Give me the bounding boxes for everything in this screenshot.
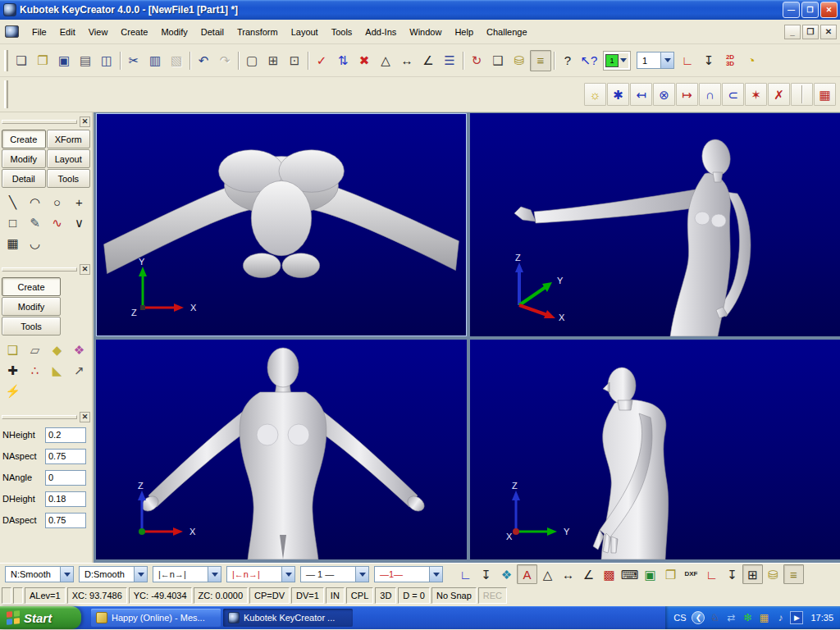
level-combo[interactable]: 1: [637, 52, 674, 69]
palette-tab-create[interactable]: Create: [2, 130, 46, 148]
axes2-icon[interactable]: ∟: [701, 564, 722, 584]
mdi-restore-button[interactable]: ❐: [802, 25, 819, 39]
viewport-top[interactable]: Y X Z: [96, 113, 467, 336]
cylinder-icon[interactable]: ⛁: [509, 50, 530, 71]
palette-grip[interactable]: [2, 267, 77, 272]
line-tool-icon[interactable]: ╲: [2, 192, 24, 212]
print-icon[interactable]: ▤: [75, 50, 96, 71]
redo-icon[interactable]: ↷: [214, 50, 235, 71]
line-width-combo[interactable]: — 1 —: [300, 566, 369, 582]
snap-center-icon[interactable]: ⊗: [653, 83, 675, 106]
restore-button[interactable]: ❐: [801, 2, 819, 18]
combo-arrow[interactable]: [208, 567, 221, 582]
dynamic-render-combo[interactable]: D:Smooth: [79, 566, 148, 582]
toolbar-grip[interactable]: [4, 80, 8, 108]
viewport-side[interactable]: Z Y X: [470, 340, 840, 559]
status-cp[interactable]: CP=DV: [249, 587, 290, 604]
angle-dim-icon[interactable]: ∠: [418, 50, 439, 71]
rectangle-tool-icon[interactable]: □: [2, 212, 24, 233]
combo-arrow[interactable]: [355, 567, 368, 582]
point-create-icon[interactable]: ✚: [2, 360, 24, 381]
cplane-axes-icon[interactable]: ∟: [677, 50, 698, 71]
menu-item[interactable]: Add-Ins: [358, 24, 403, 40]
save-icon[interactable]: ▣: [53, 50, 75, 71]
mdi-minimize-button[interactable]: _: [784, 25, 801, 39]
start-button[interactable]: Start: [0, 606, 81, 629]
clock-icon[interactable]: ◔: [741, 50, 762, 71]
snap-midpoint-icon[interactable]: ↤: [630, 83, 652, 106]
database-icon[interactable]: ⛁: [763, 564, 783, 584]
copy-icon[interactable]: ▥: [144, 50, 166, 71]
print-preview-icon[interactable]: ◫: [96, 50, 117, 71]
menu-item[interactable]: Tools: [325, 24, 359, 40]
viewport-front[interactable]: Z X: [96, 340, 467, 559]
status-units[interactable]: IN: [326, 587, 345, 604]
palette-grip[interactable]: [2, 120, 77, 124]
line-style-combo[interactable]: —1—: [374, 566, 443, 582]
snap-endpoint-icon[interactable]: ✱: [607, 83, 629, 106]
menu-item[interactable]: Modify: [154, 24, 194, 40]
minimize-button[interactable]: —: [783, 2, 800, 18]
combo-arrow[interactable]: [60, 567, 73, 582]
palette-tab-tools[interactable]: Tools: [47, 169, 91, 188]
light-icon[interactable]: ⚡: [2, 381, 24, 401]
view-palette-icon[interactable]: ❖: [496, 564, 517, 584]
param-input[interactable]: [45, 427, 86, 443]
menu-item[interactable]: Challenge: [480, 24, 534, 40]
grid-icon[interactable]: ▦: [814, 83, 836, 106]
snap-tangent-icon[interactable]: ⊂: [722, 83, 744, 106]
help-icon[interactable]: ?: [557, 50, 578, 71]
entity-list-icon[interactable]: ☰: [439, 50, 460, 71]
tray-update-icon[interactable]: ▦: [757, 611, 770, 624]
snap-near-icon[interactable]: ✗: [768, 83, 790, 106]
level-combo-arrow[interactable]: [660, 52, 673, 68]
snap-arc-icon[interactable]: ∩: [699, 83, 721, 106]
combo-arrow[interactable]: [134, 567, 147, 582]
viewports-icon[interactable]: ⊞: [742, 564, 763, 584]
snap-along-icon[interactable]: ↦: [676, 83, 698, 106]
dim-arrow-style2-combo[interactable]: |←n→|: [226, 566, 295, 582]
solids-tab-modify[interactable]: Modify: [2, 297, 61, 316]
undo-icon[interactable]: ↶: [193, 50, 214, 71]
status-alev[interactable]: ALev=1: [25, 587, 66, 604]
tray-collapse-icon[interactable]: ❮: [692, 611, 705, 624]
cplane-c-icon[interactable]: ∟: [455, 564, 476, 584]
status-d[interactable]: D = 0: [398, 587, 430, 604]
conic-tool-icon[interactable]: ✎: [24, 212, 46, 233]
combo-arrow[interactable]: [281, 567, 294, 582]
new-file-icon[interactable]: ❏: [11, 50, 32, 71]
snap-intersection-icon[interactable]: ✶: [745, 83, 767, 106]
menu-item[interactable]: File: [25, 24, 53, 40]
status-3d[interactable]: 3D: [375, 587, 396, 604]
fillet-tool-icon[interactable]: ◡: [24, 233, 46, 253]
solid-block-icon[interactable]: ❑: [2, 340, 24, 360]
surface-icon[interactable]: ◆: [46, 340, 68, 360]
palette-close-button[interactable]: ✕: [80, 264, 90, 275]
snap-settings-icon[interactable]: ☼: [584, 83, 606, 106]
tray-network-icon[interactable]: ⇄: [724, 611, 737, 624]
tray-player-icon[interactable]: ▶: [790, 611, 803, 624]
mode-2d3d-icon[interactable]: 2D 3D: [719, 50, 741, 71]
palette-tab-xform[interactable]: XForm: [47, 130, 91, 148]
menu-item[interactable]: Window: [403, 24, 448, 40]
normal-render-combo[interactable]: N:Smooth: [5, 566, 74, 582]
status-dv[interactable]: DV=1: [291, 587, 324, 604]
delta-icon[interactable]: △: [537, 564, 558, 584]
curve-points-icon[interactable]: ∴: [24, 360, 46, 381]
palette-tab-detail[interactable]: Detail: [2, 169, 46, 188]
tray-emule-icon[interactable]: ♘: [708, 611, 721, 624]
close-button[interactable]: ✕: [820, 2, 838, 18]
document-icon[interactable]: [5, 25, 19, 38]
param-input[interactable]: [45, 449, 86, 464]
status-snap[interactable]: No Snap: [431, 587, 477, 604]
select-mask-icon[interactable]: ▢: [241, 50, 262, 71]
menu-item[interactable]: Transform: [231, 24, 285, 40]
text-attributes-icon[interactable]: A: [517, 564, 537, 584]
table-tool-icon[interactable]: ▦: [2, 233, 24, 253]
verify-db-icon[interactable]: ▩: [599, 564, 619, 584]
language-indicator[interactable]: CS: [673, 613, 687, 623]
context-help-icon[interactable]: ↖?: [578, 50, 600, 71]
verify-icon[interactable]: ✓: [311, 50, 332, 71]
solids-tab-create[interactable]: Create: [2, 277, 61, 296]
open-settings-icon[interactable]: ❐: [660, 564, 681, 584]
